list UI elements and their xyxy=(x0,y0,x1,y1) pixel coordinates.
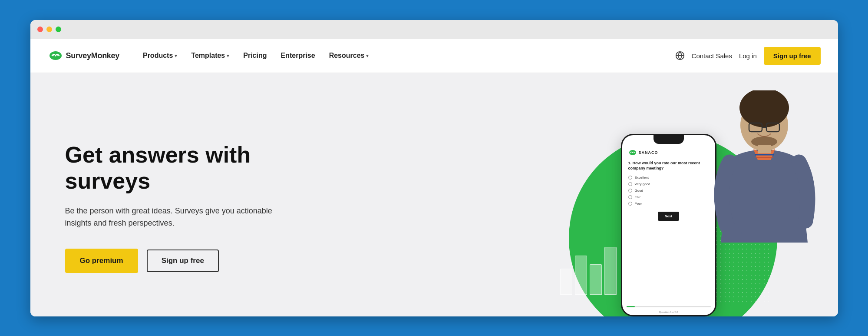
svg-point-2 xyxy=(57,54,59,56)
browser-chrome xyxy=(30,20,838,39)
resources-chevron-icon: ▾ xyxy=(366,53,369,59)
bar-4 xyxy=(604,247,617,295)
phone-dot-3 xyxy=(673,299,677,303)
phone-radio-verygood[interactable] xyxy=(628,182,632,186)
templates-label: Templates xyxy=(191,52,225,60)
login-link[interactable]: Log in xyxy=(739,52,757,60)
templates-chevron-icon: ▾ xyxy=(227,53,229,59)
bar-chart-overlay xyxy=(560,247,617,295)
phone-radio-poor[interactable] xyxy=(628,202,632,206)
browser-body: SurveyMonkey Products ▾ Templates ▾ Pric… xyxy=(30,39,838,316)
browser-window: SurveyMonkey Products ▾ Templates ▾ Pric… xyxy=(30,20,838,316)
navbar-right: Contact Sales Log in Sign up free xyxy=(675,47,821,65)
hero-section: Get answers with surveys Be the person w… xyxy=(30,73,838,316)
navbar: SurveyMonkey Products ▾ Templates ▾ Pric… xyxy=(30,39,838,73)
hero-signup-button[interactable]: Sign up free xyxy=(147,250,219,272)
hero-buttons: Go premium Sign up free xyxy=(65,249,308,273)
nav-item-products[interactable]: Products ▾ xyxy=(137,48,183,63)
logo-text: SurveyMonkey xyxy=(66,51,119,60)
products-chevron-icon: ▾ xyxy=(175,53,177,59)
globe-icon[interactable] xyxy=(675,51,685,60)
bar-1 xyxy=(560,269,572,295)
navbar-nav: Products ▾ Templates ▾ Pricing Enterpris… xyxy=(137,48,675,63)
hero-visual: SANACO 1. How would you rate our most re… xyxy=(534,73,838,316)
close-button[interactable] xyxy=(37,27,43,32)
phone-dot-2[interactable] xyxy=(667,299,670,303)
logo-link[interactable]: SurveyMonkey xyxy=(48,50,119,62)
products-label: Products xyxy=(143,52,173,60)
nav-item-resources[interactable]: Resources ▾ xyxy=(323,48,375,63)
hero-title: Get answers with surveys xyxy=(65,142,308,194)
phone-progress-fill xyxy=(627,306,635,307)
svg-rect-12 xyxy=(758,145,771,153)
nav-item-pricing[interactable]: Pricing xyxy=(237,48,273,63)
phone-radio-good[interactable] xyxy=(628,189,632,193)
enterprise-label: Enterprise xyxy=(281,52,315,60)
pricing-label: Pricing xyxy=(243,52,267,60)
person-image xyxy=(690,73,838,316)
maximize-button[interactable] xyxy=(56,27,61,32)
phone-option-text-excellent: Excellent xyxy=(635,176,649,180)
bar-2 xyxy=(575,256,587,295)
signup-button[interactable]: Sign up free xyxy=(764,47,821,65)
hero-content: Get answers with surveys Be the person w… xyxy=(65,142,308,273)
phone-option-text-fair: Fair xyxy=(635,195,641,199)
minimize-button[interactable] xyxy=(46,27,52,32)
phone-option-text-verygood: Very good xyxy=(635,182,650,186)
go-premium-button[interactable]: Go premium xyxy=(65,249,138,273)
hero-subtitle: Be the person with great ideas. Surveys … xyxy=(65,205,274,230)
nav-item-enterprise[interactable]: Enterprise xyxy=(275,48,321,63)
phone-radio-fair[interactable] xyxy=(628,195,632,199)
phone-company-name: SANACO xyxy=(639,150,658,155)
bar-3 xyxy=(590,264,602,295)
phone-next-button[interactable]: Next xyxy=(658,212,679,221)
phone-notch xyxy=(653,135,684,144)
phone-option-text-poor: Poor xyxy=(635,202,642,206)
svg-point-1 xyxy=(53,54,54,56)
logo-icon xyxy=(48,50,63,62)
phone-radio-excellent[interactable] xyxy=(628,176,632,180)
phone-option-text-good: Good xyxy=(635,189,644,193)
nav-item-templates[interactable]: Templates ▾ xyxy=(185,48,235,63)
resources-label: Resources xyxy=(329,52,365,60)
phone-dot-1 xyxy=(661,299,664,303)
contact-sales-link[interactable]: Contact Sales xyxy=(692,52,732,60)
